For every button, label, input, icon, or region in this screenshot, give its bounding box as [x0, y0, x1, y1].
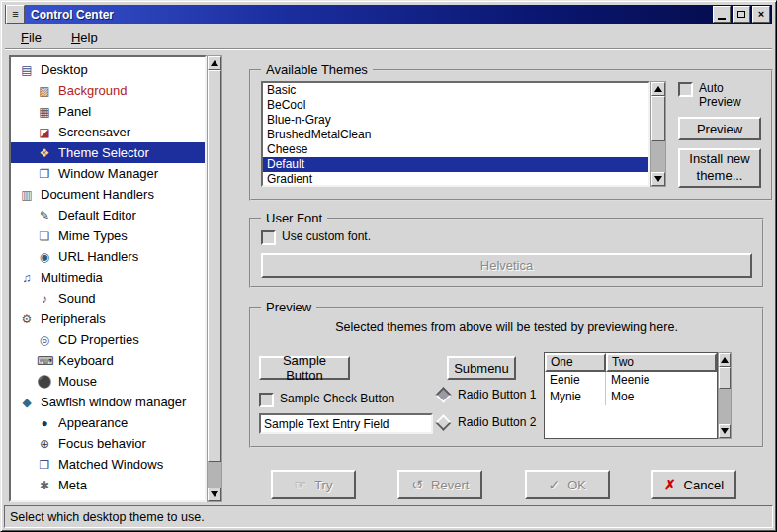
sawfish-icon: ◆ [19, 396, 35, 409]
install-new-theme-button[interactable]: Install new theme... [678, 148, 761, 188]
font-picker-button: Helvetica [261, 253, 752, 278]
preview-group: Preview Selected themes from above will … [249, 300, 764, 448]
tree-item-appearance[interactable]: ●Appearance [11, 412, 205, 433]
tree-scrollbar-thumb[interactable] [208, 70, 221, 462]
table-header-one[interactable]: One [545, 353, 606, 372]
window-menu-button[interactable]: ≡ [6, 5, 25, 24]
tree-item-meta[interactable]: ✱Meta [11, 475, 205, 495]
radio-unchecked-icon [435, 414, 452, 431]
tree-item-sound[interactable]: ♪Sound [11, 288, 205, 309]
cancel-icon: ✗ [664, 477, 676, 492]
appearance-icon: ● [37, 416, 52, 430]
close-button[interactable]: × [752, 6, 770, 23]
tree-item-multimedia[interactable]: ♫Multimedia [11, 267, 205, 288]
capplet-tree-list: ▤Desktop ▨Background ▦Panel ◪Screensaver… [9, 55, 207, 502]
capplet-content: Available Themes Basic BeCool Blue-n-Gra… [231, 52, 770, 468]
cancel-button[interactable]: ✗ Cancel [651, 470, 736, 499]
tree-item-focus-behavior[interactable]: ⊕Focus behavior [11, 433, 205, 454]
tree-item-url-handlers[interactable]: ◉URL Handlers [11, 246, 205, 267]
use-custom-font-label: Use custom font. [282, 229, 371, 243]
radio-checked-icon [435, 387, 452, 403]
available-themes-group: Available Themes Basic BeCool Blue-n-Gra… [249, 62, 773, 201]
tree-item-sawfish[interactable]: ◆Sawfish window manager [11, 392, 205, 412]
tree-item-mime-types[interactable]: ❏Mime Types [11, 225, 205, 246]
checkbox-icon [261, 230, 276, 245]
default-editor-icon: ✎ [37, 209, 52, 222]
menu-file[interactable]: File [15, 28, 47, 46]
tree-item-screensaver[interactable]: ◪Screensaver [11, 122, 205, 142]
sample-table: One Two Eenie Meenie Mynie Moe [544, 352, 732, 439]
auto-preview-checkbox[interactable]: Auto Preview [678, 81, 761, 109]
theme-item-blue-n-gray[interactable]: Blue-n-Gray [263, 113, 648, 128]
table-row[interactable]: Mynie Moe [545, 389, 717, 405]
table-scrollbar-thumb[interactable] [719, 367, 731, 389]
theme-item-becool[interactable]: BeCool [263, 98, 648, 113]
radio-button-1[interactable]: Radio Button 1 [437, 388, 536, 401]
table-scrollbar-trough[interactable] [719, 389, 731, 424]
tree-scrollbar-trough[interactable] [208, 462, 221, 488]
tree-item-default-editor[interactable]: ✎Default Editor [11, 205, 205, 225]
tree-item-panel[interactable]: ▦Panel [11, 101, 205, 122]
document-handlers-icon: ▥ [19, 188, 35, 202]
menu-help[interactable]: Help [65, 28, 104, 46]
tree-item-mouse[interactable]: ⚫Mouse [11, 371, 205, 392]
menubar: File Help [5, 26, 772, 49]
try-button: ☞ Try [271, 470, 356, 499]
meta-icon: ✱ [37, 479, 52, 492]
arrow-down-icon [211, 491, 218, 497]
theme-list-scrollbar[interactable] [650, 81, 666, 187]
theme-list: Basic BeCool Blue-n-Gray BrushedMetalCle… [261, 81, 650, 187]
table-scroll-down-button[interactable] [719, 424, 731, 438]
revert-icon: ↺ [411, 477, 423, 492]
user-font-group: User Font Use custom font. Helvetica [249, 211, 764, 288]
tree-item-window-manager[interactable]: ❐Window Manager [11, 163, 205, 184]
maximize-button[interactable] [733, 6, 750, 23]
theme-item-default[interactable]: Default [263, 157, 648, 172]
capplet-tree: ▤Desktop ▨Background ▦Panel ◪Screensaver… [9, 55, 223, 502]
table-header-two[interactable]: Two [606, 353, 717, 372]
checkbox-icon [259, 393, 274, 407]
use-custom-font-checkbox[interactable]: Use custom font. [261, 229, 752, 245]
tree-item-keyboard[interactable]: ⌨Keyboard [11, 350, 205, 371]
preview-button[interactable]: Preview [678, 117, 761, 140]
tree-scroll-up-button[interactable] [208, 56, 221, 70]
tree-item-desktop[interactable]: ▤Desktop [11, 59, 205, 80]
theme-item-gradient[interactable]: Gradient [263, 172, 648, 187]
arrow-up-icon [721, 357, 729, 363]
tree-item-matched-windows[interactable]: ❒Matched Windows [11, 454, 205, 475]
screensaver-icon: ◪ [37, 126, 52, 139]
tree-item-peripherals[interactable]: ⚙Peripherals [11, 309, 205, 329]
theme-scroll-down-button[interactable] [651, 172, 665, 186]
submenu-button[interactable]: Submenu [447, 356, 516, 380]
theme-scrollbar-thumb[interactable] [651, 96, 665, 141]
theme-item-cheese[interactable]: Cheese [263, 142, 648, 157]
sample-button[interactable]: Sample Button [259, 356, 350, 380]
desktop-icon: ▤ [19, 63, 35, 77]
action-buttons: ☞ Try ↺ Revert ✓ OK ✗ Cancel [271, 470, 736, 499]
sample-check-button[interactable]: Sample Check Button [259, 392, 394, 407]
window-manager-icon: ❐ [37, 167, 52, 181]
theme-item-basic[interactable]: Basic [263, 83, 648, 98]
arrow-up-icon [654, 86, 662, 92]
table-scrollbar[interactable] [718, 352, 732, 439]
theme-item-brushedmetalclean[interactable]: BrushedMetalClean [263, 128, 648, 142]
tree-scroll-down-button[interactable] [208, 488, 221, 501]
keyboard-icon: ⌨ [37, 354, 52, 368]
table-row[interactable]: Eenie Meenie [545, 372, 717, 389]
radio-button-2[interactable]: Radio Button 2 [437, 415, 536, 429]
tree-item-theme-selector[interactable]: ❖Theme Selector [11, 142, 205, 163]
minimize-button[interactable] [713, 6, 731, 23]
theme-scrollbar-trough[interactable] [651, 141, 665, 172]
theme-scroll-up-button[interactable] [651, 82, 665, 96]
revert-button: ↺ Revert [397, 470, 482, 499]
mime-types-icon: ❏ [37, 229, 52, 243]
tree-item-background[interactable]: ▨Background [11, 80, 205, 101]
tree-item-cd-properties[interactable]: ◎CD Properties [11, 329, 205, 350]
auto-preview-label: Auto Preview [699, 81, 761, 109]
sample-text-entry[interactable] [259, 413, 433, 434]
tree-scrollbar[interactable] [207, 55, 222, 502]
theme-selector-icon: ❖ [37, 146, 52, 160]
table-scroll-up-button[interactable] [719, 353, 731, 367]
tree-item-document-handlers[interactable]: ▥Document Handlers [11, 184, 205, 205]
url-handlers-icon: ◉ [37, 250, 52, 264]
